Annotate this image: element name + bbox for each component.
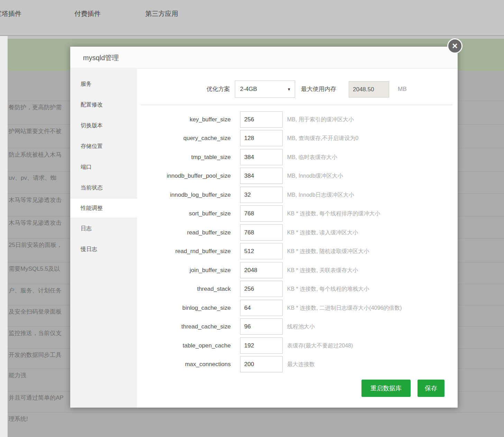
field-label: max_connections: [137, 356, 231, 372]
field-label: read_buffer_size: [137, 224, 231, 241]
field-row-thread-stack: thread_stack KB * 连接数, 每个线程的堆栈大小: [137, 281, 458, 297]
top-nav-bar: 宝塔插件 付费插件 第三方应用: [0, 0, 504, 36]
field-description: KB * 连接数, 读入缓冲区大小: [287, 224, 358, 241]
field-row-read-buffer-size: read_buffer_size KB * 连接数, 读入缓冲区大小: [137, 224, 458, 241]
mysqld-manager-dialog: mysqld管理 服务 配置修改 切换版本 存储位置 端口 当前状态 性能调整 …: [70, 47, 458, 408]
list-item: 理系统!: [8, 412, 504, 423]
sidebar-item-log[interactable]: 日志: [70, 218, 137, 239]
field-label: sort_buffer_size: [137, 205, 231, 222]
max-memory-label: 最大使用内存: [301, 81, 336, 98]
thread-stack-input[interactable]: [240, 281, 283, 297]
field-row-binlog-cache-size: binlog_cache_size KB * 连接数, 二进制日志缓存大小(40…: [137, 300, 458, 316]
sidebar-item-switch-version[interactable]: 切换版本: [70, 115, 137, 136]
save-button[interactable]: 保存: [418, 380, 445, 397]
sidebar-item-slow-log[interactable]: 慢日志: [70, 239, 137, 260]
field-label: query_cache_size: [137, 130, 231, 146]
sidebar-item-port[interactable]: 端口: [70, 157, 137, 177]
selected-scheme-value: 2-4GB: [240, 81, 257, 97]
sidebar-item-current-status[interactable]: 当前状态: [70, 177, 137, 198]
innodb-buffer-pool-size-input[interactable]: [240, 168, 283, 184]
field-row-max-connections: max_connections 最大连接数: [137, 356, 458, 372]
restart-database-button[interactable]: 重启数据库: [361, 380, 411, 397]
sidebar-item-service[interactable]: 服务: [70, 74, 137, 94]
read-rnd-buffer-size-input[interactable]: [240, 243, 283, 259]
field-description: 线程池大小: [287, 318, 315, 335]
tab-third-party-apps[interactable]: 第三方应用: [145, 9, 178, 18]
field-description: KB * 连接数, 二进制日志缓存大小(4096的倍数): [287, 300, 402, 316]
optimization-scheme-select[interactable]: 2-4GB ▼: [235, 81, 295, 98]
field-label: thread_stack: [137, 281, 231, 297]
max-memory-unit: MB: [398, 81, 407, 98]
query-cache-size-input[interactable]: [240, 130, 283, 146]
sidebar-item-performance-tuning[interactable]: 性能调整: [70, 198, 137, 218]
tmp-table-size-input[interactable]: [240, 149, 283, 165]
table-open-cache-input[interactable]: [240, 337, 283, 354]
nav-divider-band: [0, 36, 504, 39]
field-description: MB, Innodb缓冲区大小: [287, 168, 343, 184]
list-item-text: 理系统!: [8, 412, 504, 423]
tab-bt-plugins[interactable]: 宝塔插件: [0, 9, 21, 18]
read-buffer-size-input[interactable]: [240, 224, 283, 241]
field-description: 最大连接数: [287, 356, 315, 372]
field-label: tmp_table_size: [137, 149, 231, 165]
field-label: thread_cache_size: [137, 318, 231, 335]
field-label: table_open_cache: [137, 337, 231, 354]
sidebar-item-config-edit[interactable]: 配置修改: [70, 94, 137, 115]
field-description: KB * 连接数, 随机读取缓冲区大小: [287, 243, 369, 259]
field-description: KB * 连接数, 每个线程的堆栈大小: [287, 281, 369, 297]
max-connections-input[interactable]: [240, 356, 283, 372]
dialog-sidebar: 服务 配置修改 切换版本 存储位置 端口 当前状态 性能调整 日志 慢日志: [70, 69, 137, 408]
performance-tuning-panel: 优化方案 2-4GB ▼ 最大使用内存 MB key_buffer_size M…: [137, 69, 458, 408]
sort-buffer-size-input[interactable]: [240, 205, 283, 222]
sidebar-item-storage-location[interactable]: 存储位置: [70, 136, 137, 157]
field-row-read-rnd-buffer-size: read_rnd_buffer_size KB * 连接数, 随机读取缓冲区大小: [137, 243, 458, 259]
thread-cache-size-input[interactable]: [240, 318, 283, 335]
field-row-join-buffer-size: join_buffer_size KB * 连接数, 关联表缓存大小: [137, 262, 458, 278]
binlog-cache-size-input[interactable]: [240, 300, 283, 316]
field-description: MB, 查询缓存,不开启请设为0: [287, 130, 358, 146]
field-description: MB, 临时表缓存大小: [287, 149, 337, 165]
chevron-down-icon: ▼: [287, 81, 291, 97]
field-label: key_buffer_size: [137, 111, 231, 128]
dialog-title: mysqld管理: [83, 53, 119, 63]
field-row-tmp-table-size: tmp_table_size MB, 临时表缓存大小: [137, 149, 458, 165]
field-label: innodb_log_buffer_size: [137, 187, 231, 203]
field-row-query-cache-size: query_cache_size MB, 查询缓存,不开启请设为0: [137, 130, 458, 146]
page-left-margin: [0, 36, 8, 437]
field-row-thread-cache-size: thread_cache_size 线程池大小: [137, 318, 458, 335]
dialog-header: mysqld管理: [70, 47, 458, 68]
join-buffer-size-input[interactable]: [240, 262, 283, 278]
field-label: innodb_buffer_pool_size: [137, 168, 231, 184]
field-description: MB, Innodb日志缓冲区大小: [287, 187, 354, 203]
close-icon[interactable]: ×: [447, 38, 462, 54]
field-description: KB * 连接数, 每个线程排序的缓冲大小: [287, 205, 380, 222]
field-row-innodb-buffer-pool-size: innodb_buffer_pool_size MB, Innodb缓冲区大小: [137, 168, 458, 184]
innodb-log-buffer-size-input[interactable]: [240, 187, 283, 203]
field-description: 表缓存(最大不要超过2048): [287, 337, 353, 354]
field-label: join_buffer_size: [137, 262, 231, 278]
field-row-sort-buffer-size: sort_buffer_size KB * 连接数, 每个线程排序的缓冲大小: [137, 205, 458, 222]
field-row-table-open-cache: table_open_cache 表缓存(最大不要超过2048): [137, 337, 458, 354]
field-description: KB * 连接数, 关联表缓存大小: [287, 262, 358, 278]
key-buffer-size-input[interactable]: [240, 111, 283, 128]
field-label: read_rnd_buffer_size: [137, 243, 231, 259]
field-row-innodb-log-buffer-size: innodb_log_buffer_size MB, Innodb日志缓冲区大小: [137, 187, 458, 203]
max-memory-input: [349, 81, 389, 97]
optimization-scheme-label: 优化方案: [137, 81, 230, 98]
field-label: binlog_cache_size: [137, 300, 231, 316]
field-row-key-buffer-size: key_buffer_size MB, 用于索引的缓冲区大小: [137, 111, 458, 128]
tab-paid-plugins[interactable]: 付费插件: [74, 9, 101, 18]
form-divider: [141, 105, 452, 105]
field-description: MB, 用于索引的缓冲区大小: [287, 111, 354, 128]
